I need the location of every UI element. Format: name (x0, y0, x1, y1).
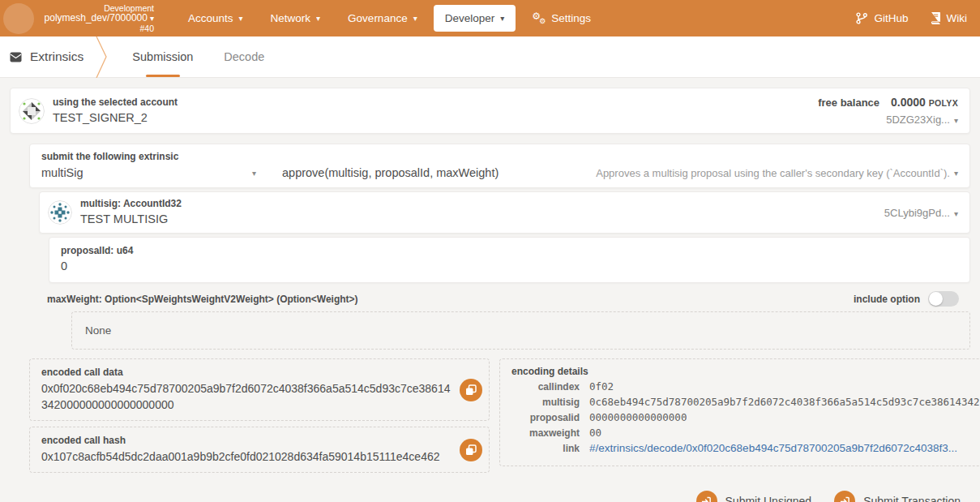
method-select[interactable]: Approves a multisig proposal using the c… (596, 167, 958, 179)
encoded-call-hash-box: encoded call hash 0x107c8acfb54d5dc2daa0… (29, 427, 490, 473)
tabs-bar: Extrinsics Submission Decode (0, 36, 980, 78)
account-address-row[interactable]: 5DZG23Xig...▾ (818, 111, 958, 128)
method-description: Approves a multisig proposal using the c… (596, 167, 950, 179)
network-selector[interactable]: Development polymesh_dev/7000000▾ #40 (41, 3, 154, 34)
account-info: using the selected account TEST_SIGNER_2 (53, 96, 178, 126)
chevron-down-icon: ▾ (413, 14, 417, 23)
encoding-details-box: encoding details callindex 0f02 multisig… (499, 358, 980, 466)
chevron-down-icon: ▾ (252, 169, 256, 178)
extrinsics-envelope-icon (10, 52, 22, 62)
encoding-details-rows: callindex 0f02 multisig 0c68eb494c75d787… (511, 380, 980, 457)
max-weight-value: None (85, 324, 111, 337)
network-name: polymesh_dev/7000000▾ (41, 13, 154, 24)
chevron-down-icon: ▾ (954, 116, 958, 125)
max-weight-row: maxWeight: Option<SpWeightsWeightV2Weigh… (47, 291, 959, 307)
sign-in-icon (696, 491, 717, 502)
decode-link[interactable]: #/extrinsics/decode/0x0f020c68eb494c75d7… (589, 440, 957, 457)
top-navigation-bar: Development polymesh_dev/7000000▾ #40 Ac… (0, 0, 980, 36)
section-select[interactable]: multiSig ▾ (41, 166, 256, 179)
chevron-down-icon: ▾ (954, 209, 958, 218)
account-balance-block: free balance 0.0000 POLYX 5DZG23Xig...▾ (818, 94, 958, 128)
encoding-details-label: encoding details (511, 366, 980, 377)
extrinsics-form: using the selected account TEST_SIGNER_2… (0, 78, 980, 502)
detail-row-proposalid: proposalid 0000000000000000 (511, 410, 980, 426)
proposal-id-param-panel: proposalId: u64 0 (49, 237, 970, 283)
copy-icon (465, 384, 477, 396)
encoded-call-hash-value: 0x107c8acfb54d5dc2daa001a9b9b2cfe0fd0210… (41, 448, 453, 465)
multisig-address: 5CLybi9gPd... (884, 207, 950, 219)
max-weight-label: maxWeight: Option<SpWeightsWeightV2Weigh… (47, 294, 358, 305)
balance-row: free balance 0.0000 POLYX (818, 94, 958, 111)
detail-row-link: link #/extrinsics/decode/0x0f020c68eb494… (511, 440, 980, 457)
menu-item-network[interactable]: Network ▾ (259, 5, 332, 32)
multisig-name: TEST MULTISIG (80, 211, 182, 227)
account-name: TEST_SIGNER_2 (53, 109, 178, 126)
account-identicon (19, 98, 45, 124)
submit-actions: Submit Unsigned Submit Transaction (10, 491, 961, 502)
multisig-identicon (48, 200, 72, 225)
external-links: GitHub Wiki (856, 12, 967, 24)
encoded-left-column: encoded call data 0x0f020c68eb494c75d787… (29, 358, 490, 473)
tab-list: Submission Decode (132, 36, 264, 77)
encoded-section: encoded call data 0x0f020c68eb494c75d787… (29, 358, 970, 473)
include-option-label: include option (854, 294, 920, 305)
encoded-call-data-value: 0x0f020c68eb494c75d78700205a9b7f2d6072c4… (41, 380, 453, 414)
menu-item-accounts[interactable]: Accounts ▾ (177, 5, 255, 32)
include-option-wrap: include option (854, 291, 959, 307)
detail-row-multisig: multisig 0c68eb494c75d78700205a9b7f2d607… (511, 395, 980, 410)
menu-item-developer[interactable]: Developer ▾ (434, 5, 516, 32)
menu-item-settings[interactable]: ⚙⚙ Settings (520, 5, 602, 32)
extrinsic-label: submit the following extrinsic (41, 151, 958, 162)
section-value: multiSig (41, 166, 83, 179)
github-link[interactable]: GitHub (856, 12, 908, 24)
git-branch-icon (856, 12, 867, 24)
proposal-id-label: proposalId: u64 (61, 244, 958, 258)
copy-call-data-button[interactable] (460, 379, 482, 401)
account-label: using the selected account (53, 96, 178, 109)
method-value[interactable]: approve(multisig, proposalId, maxWeight) (282, 166, 499, 179)
multisig-param-label: multisig: AccountId32 (80, 197, 182, 211)
balance-value: 0.0000 POLYX (891, 94, 958, 111)
multisig-address-row[interactable]: 5CLybi9gPd...▾ (884, 204, 958, 221)
chevron-down-icon: ▾ (316, 14, 320, 23)
menu-item-governance[interactable]: Governance ▾ (336, 5, 429, 32)
wiki-link[interactable]: Wiki (930, 12, 968, 24)
encoded-call-data-box: encoded call data 0x0f020c68eb494c75d787… (29, 358, 490, 421)
proposal-id-input[interactable]: 0 (61, 258, 958, 275)
detail-row-callindex: callindex 0f02 (511, 380, 980, 395)
gear-icon: ⚙⚙ (532, 12, 546, 24)
chevron-down-icon: ▾ (954, 169, 958, 178)
chevron-down-icon: ▾ (239, 14, 243, 23)
main-menu: Accounts ▾ Network ▾ Governance ▾ Develo… (177, 5, 602, 32)
polymesh-logo (3, 3, 34, 34)
detail-row-maxweight: maxweight 00 (511, 426, 980, 441)
max-weight-none-box: None (71, 311, 970, 350)
tab-submission[interactable]: Submission (132, 36, 193, 77)
encoded-call-hash-label: encoded call hash (41, 434, 453, 448)
toggle-knob (929, 292, 943, 306)
tab-decode[interactable]: Decode (224, 36, 264, 77)
include-option-toggle[interactable] (928, 291, 959, 307)
chevron-down-icon: ▾ (500, 14, 504, 23)
balance-label: free balance (818, 95, 879, 111)
submit-unsigned-button[interactable]: Submit Unsigned (696, 491, 812, 502)
breadcrumb-chevron-divider (95, 36, 109, 78)
balance-unit: POLYX (929, 98, 958, 108)
chevron-down-icon: ▾ (150, 14, 154, 23)
copy-call-hash-button[interactable] (460, 439, 482, 461)
block-number: #40 (41, 24, 154, 33)
page-title: Extrinsics (30, 49, 83, 64)
submit-transaction-button[interactable]: Submit Transaction (834, 491, 961, 502)
breadcrumb: Extrinsics (0, 36, 95, 77)
book-icon (930, 12, 940, 24)
extrinsic-selector-row: multiSig ▾ approve(multisig, proposalId,… (41, 166, 958, 179)
sign-in-icon (834, 491, 855, 502)
multisig-info: multisig: AccountId32 TEST MULTISIG (80, 197, 182, 227)
account-address: 5DZG23Xig... (886, 114, 950, 126)
encoded-call-data-label: encoded call data (41, 366, 453, 380)
copy-icon (465, 444, 477, 456)
extrinsic-selector-panel: submit the following extrinsic multiSig … (29, 144, 970, 188)
selected-account-panel[interactable]: using the selected account TEST_SIGNER_2… (10, 88, 970, 134)
multisig-param-panel[interactable]: multisig: AccountId32 TEST MULTISIG 5CLy… (39, 191, 970, 234)
